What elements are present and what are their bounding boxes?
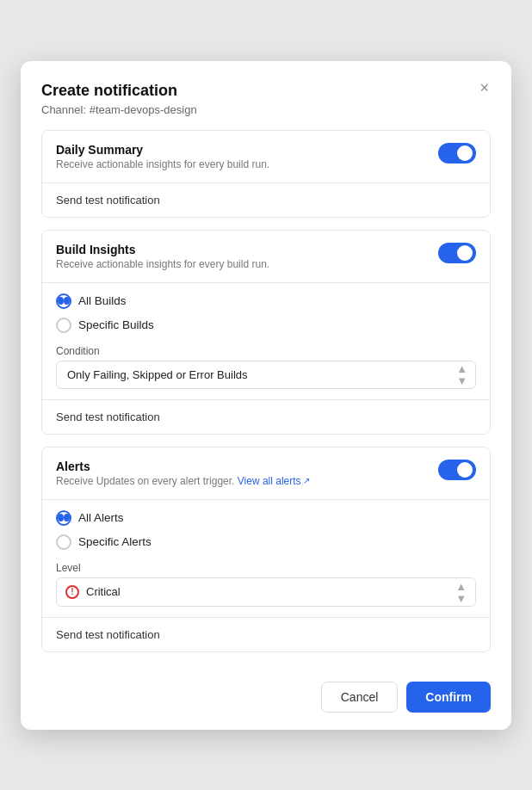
confirm-button[interactable]: Confirm bbox=[406, 682, 491, 713]
daily-summary-send-test[interactable]: Send test notification bbox=[42, 183, 490, 217]
specific-builds-label: Specific Builds bbox=[78, 318, 154, 331]
daily-summary-section: Daily Summary Receive actionable insight… bbox=[41, 130, 491, 218]
alerts-send-test[interactable]: Send test notification bbox=[42, 618, 490, 651]
build-insights-section: Build Insights Receive actionable insigh… bbox=[41, 230, 491, 435]
alerts-toggle[interactable] bbox=[438, 460, 476, 480]
level-label: Level bbox=[56, 562, 476, 574]
all-builds-radio[interactable]: All Builds bbox=[56, 293, 476, 309]
build-insights-header: Build Insights Receive actionable insigh… bbox=[42, 231, 490, 282]
build-insights-options: All Builds Specific Builds Condition Onl… bbox=[42, 283, 490, 399]
specific-alerts-label: Specific Alerts bbox=[78, 535, 152, 548]
level-select-wrapper: ! Critical ▲ ▼ bbox=[56, 577, 476, 607]
modal-subtitle: Channel: #team-devops-design bbox=[41, 103, 491, 116]
alerts-title: Alerts bbox=[56, 460, 310, 473]
daily-summary-desc: Receive actionable insights for every bu… bbox=[56, 158, 269, 170]
condition-group: Condition Only Failing, Skipped or Error… bbox=[56, 342, 476, 389]
build-insights-toggle[interactable] bbox=[438, 243, 476, 263]
specific-alerts-radio[interactable]: Specific Alerts bbox=[56, 534, 476, 550]
external-link-icon: ↗ bbox=[303, 476, 310, 485]
toggle-slider bbox=[438, 243, 476, 263]
alerts-section: Alerts Receive Updates on every alert tr… bbox=[41, 447, 491, 652]
daily-summary-title: Daily Summary bbox=[56, 143, 269, 157]
condition-select[interactable]: Only Failing, Skipped or Error Builds Al… bbox=[56, 361, 476, 389]
daily-summary-toggle[interactable] bbox=[438, 143, 476, 164]
all-builds-label: All Builds bbox=[78, 294, 127, 307]
toggle-slider bbox=[438, 143, 476, 164]
modal-body: Daily Summary Receive actionable insight… bbox=[21, 120, 511, 652]
condition-label: Condition bbox=[56, 345, 476, 357]
all-alerts-label: All Alerts bbox=[78, 511, 124, 524]
level-select-display[interactable]: ! Critical ▲ ▼ bbox=[56, 577, 476, 607]
modal-footer: Cancel Confirm bbox=[21, 664, 511, 730]
modal-title: Create notification bbox=[41, 82, 491, 100]
level-value: Critical bbox=[86, 585, 121, 598]
specific-builds-radio[interactable]: Specific Builds bbox=[56, 318, 476, 333]
close-button[interactable]: × bbox=[474, 78, 494, 97]
level-select-arrows-icon: ▲ ▼ bbox=[455, 580, 467, 603]
alerts-desc: Receive Updates on every alert trigger. … bbox=[56, 475, 310, 487]
create-notification-modal: Create notification Channel: #team-devop… bbox=[21, 61, 511, 730]
all-builds-radio-indicator bbox=[56, 293, 71, 309]
specific-builds-radio-indicator bbox=[56, 318, 71, 333]
level-group: Level ! Critical ▲ ▼ bbox=[56, 559, 476, 607]
build-insights-send-test[interactable]: Send test notification bbox=[42, 400, 490, 434]
critical-icon: ! bbox=[65, 585, 79, 599]
condition-select-wrapper: Only Failing, Skipped or Error Builds Al… bbox=[56, 361, 476, 389]
daily-summary-header: Daily Summary Receive actionable insight… bbox=[42, 131, 490, 182]
build-insights-title: Build Insights bbox=[56, 243, 269, 256]
modal-header: Create notification Channel: #team-devop… bbox=[21, 61, 511, 120]
view-all-alerts-link[interactable]: View all alerts ↗ bbox=[238, 475, 310, 487]
specific-alerts-radio-indicator bbox=[56, 534, 71, 550]
toggle-slider bbox=[438, 460, 476, 480]
build-insights-desc: Receive actionable insights for every bu… bbox=[56, 258, 269, 270]
all-alerts-radio[interactable]: All Alerts bbox=[56, 510, 476, 526]
alerts-options: All Alerts Specific Alerts Level ! Criti… bbox=[42, 500, 490, 617]
alerts-header: Alerts Receive Updates on every alert tr… bbox=[42, 447, 490, 499]
cancel-button[interactable]: Cancel bbox=[321, 682, 399, 713]
all-alerts-radio-indicator bbox=[56, 510, 71, 526]
